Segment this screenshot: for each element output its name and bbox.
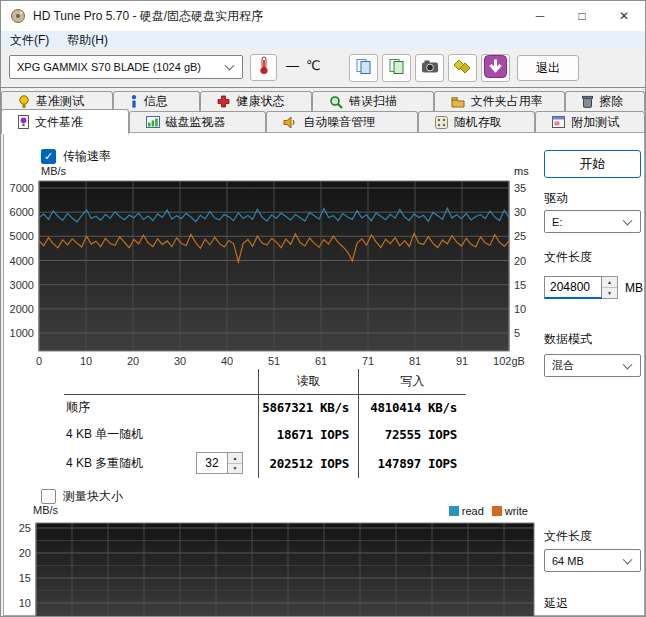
svg-text:25: 25 (19, 522, 31, 534)
save-button[interactable] (448, 54, 477, 82)
extra-tests-icon (552, 116, 565, 128)
title-bar: HD Tune Pro 5.70 - 硬盘/固态硬盘实用程序 ─ □ ✕ (1, 1, 645, 31)
tab-extra-tests[interactable]: 附加测试 (535, 111, 645, 132)
svg-text:7000: 7000 (10, 182, 34, 194)
tab-aam[interactable]: 自动噪音管理 (266, 111, 418, 132)
y-left-axis-caption: MB/s (41, 165, 66, 177)
svg-text:4000: 4000 (10, 255, 34, 267)
app-disk-icon (10, 8, 26, 28)
download-purple-icon (484, 55, 507, 82)
spin-up-button[interactable]: ▲ (602, 277, 617, 288)
svg-text:15: 15 (19, 572, 31, 584)
svg-text:6000: 6000 (10, 206, 34, 218)
drive-select[interactable]: E: (544, 210, 641, 233)
tab-file-benchmark[interactable]: 文件基准 (1, 109, 129, 134)
checkbox-label: 传输速率 (63, 148, 111, 165)
maximize-button[interactable]: □ (561, 1, 603, 31)
window-title: HD Tune Pro 5.70 - 硬盘/固态硬盘实用程序 (33, 1, 263, 31)
svg-text:2000: 2000 (10, 303, 34, 315)
copy-image-icon (388, 58, 406, 79)
temperature-button[interactable] (250, 54, 277, 81)
tab-folder-usage[interactable]: 文件夹占用率 (434, 91, 566, 111)
file-length-spinner: ▲ ▼ MB (544, 276, 643, 299)
start-button[interactable]: 开始 (544, 150, 641, 178)
tab-label: 健康状态 (236, 93, 284, 110)
folder-usage-icon (451, 96, 465, 108)
tab-label: 随机存取 (454, 114, 502, 131)
chevron-down-icon (623, 554, 633, 564)
checkbox-box[interactable] (41, 489, 56, 504)
tab-erase[interactable]: 擦除 (565, 91, 645, 111)
close-button[interactable]: ✕ (603, 1, 645, 31)
disk-monitor-icon (146, 116, 160, 128)
sequential-write-value: 4810414 KB/s (358, 394, 466, 421)
bottom-file-length-value: 64 MB (552, 555, 584, 567)
svg-text:40: 40 (221, 355, 233, 367)
temperature-value: — (286, 58, 299, 73)
chevron-down-icon (225, 61, 235, 71)
chevron-down-icon (623, 359, 633, 369)
data-pattern-select[interactable]: 混合 (544, 354, 641, 377)
svg-text:3000: 3000 (10, 279, 34, 291)
device-select[interactable]: XPG GAMMIX S70 BLADE (1024 gB) (9, 55, 243, 79)
tab-error-scan[interactable]: 错误扫描 (312, 91, 434, 111)
svg-text:10: 10 (80, 355, 92, 367)
sequential-read-value: 5867321 KB/s (258, 394, 358, 421)
svg-text:20: 20 (127, 355, 139, 367)
svg-text:10: 10 (19, 597, 31, 609)
tab-benchmark[interactable]: 基准测试 (1, 91, 113, 111)
file-length-input[interactable] (544, 276, 602, 299)
spin-down-button[interactable]: ▼ (602, 288, 617, 298)
svg-text:51: 51 (268, 355, 280, 367)
transfer-rate-chart: 7000600050004000300020001000353025201510… (7, 179, 547, 371)
latency-label: 延迟 (544, 595, 568, 612)
copy-text-button[interactable] (349, 54, 378, 82)
chart-legend: read write (421, 505, 533, 517)
block-size-checkbox[interactable]: 测量块大小 (41, 488, 123, 505)
tab-health[interactable]: 健康状态 (200, 91, 312, 111)
spin-up-button[interactable]: ▲ (228, 453, 242, 464)
svg-text:102gB: 102gB (493, 355, 525, 367)
tab-disk-monitor[interactable]: 磁盘监视器 (129, 111, 267, 132)
tab-label: 文件夹占用率 (471, 93, 543, 110)
screenshot-button[interactable] (415, 54, 444, 82)
tab-random-access[interactable]: 随机存取 (418, 111, 536, 132)
tab-label: 文件基准 (35, 114, 83, 131)
queue-depth-input[interactable] (196, 452, 228, 474)
checkbox-box[interactable] (41, 149, 56, 164)
4k-single-read-value: 18671 IOPS (258, 421, 358, 448)
info-icon (130, 95, 138, 108)
menu-file[interactable]: 文件(F) (1, 32, 58, 49)
bottom-file-length-select[interactable]: 64 MB (544, 549, 641, 572)
4k-single-write-value: 72555 IOPS (358, 421, 466, 448)
data-pattern-value: 混合 (552, 358, 574, 373)
svg-text:15: 15 (514, 279, 526, 291)
spinner-arrows: ▲ ▼ (602, 276, 618, 299)
screenshot-camera-icon (421, 59, 439, 78)
svg-text:20: 20 (514, 255, 526, 267)
file-benchmark-icon (18, 115, 29, 129)
svg-text:91: 91 (456, 355, 468, 367)
minimize-button[interactable]: ─ (519, 1, 561, 31)
svg-text:20: 20 (19, 547, 31, 559)
file-length-unit: MB (625, 281, 643, 295)
file-length-label: 文件长度 (544, 249, 592, 266)
svg-text:81: 81 (409, 355, 421, 367)
copy-image-button[interactable] (382, 54, 411, 82)
tab-info[interactable]: 信息 (113, 91, 201, 111)
temperature-unit: ℃ (306, 58, 321, 73)
spin-down-button[interactable]: ▼ (228, 464, 242, 474)
transfer-rate-checkbox[interactable]: 传输速率 (41, 148, 111, 165)
health-icon (217, 95, 230, 108)
menu-help[interactable]: 帮助(H) (58, 32, 117, 49)
save-yellow-icon (453, 58, 472, 79)
exit-button[interactable]: 退出 (517, 55, 579, 81)
read-legend-label: read (462, 505, 484, 517)
4k-multi-write-value: 147897 IOPS (358, 448, 466, 478)
download-button[interactable] (481, 54, 510, 82)
drive-label: 驱动 (544, 190, 568, 207)
write-legend-swatch (492, 506, 502, 516)
row-label-4k-single: 4 KB 单一随机 (46, 421, 196, 448)
4k-multi-read-value: 202512 IOPS (258, 448, 358, 478)
thermometer-icon (259, 56, 269, 79)
